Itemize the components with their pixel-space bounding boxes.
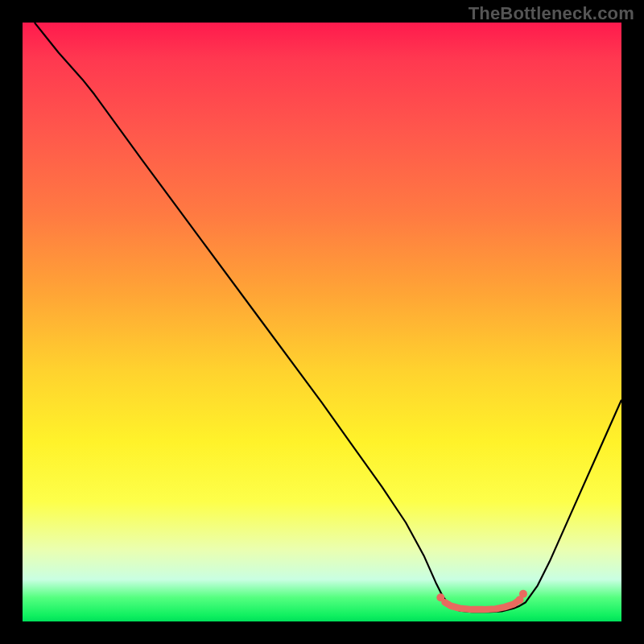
chart-svg [23, 23, 621, 621]
series-layer [35, 23, 621, 612]
watermark-text: TheBottleneck.com [469, 3, 634, 24]
series-curve [35, 23, 621, 612]
series-flat-bottom-highlight [445, 600, 520, 609]
plot-area [23, 23, 621, 621]
point-marker-left [436, 593, 444, 601]
point-marker-right-b [519, 590, 527, 598]
